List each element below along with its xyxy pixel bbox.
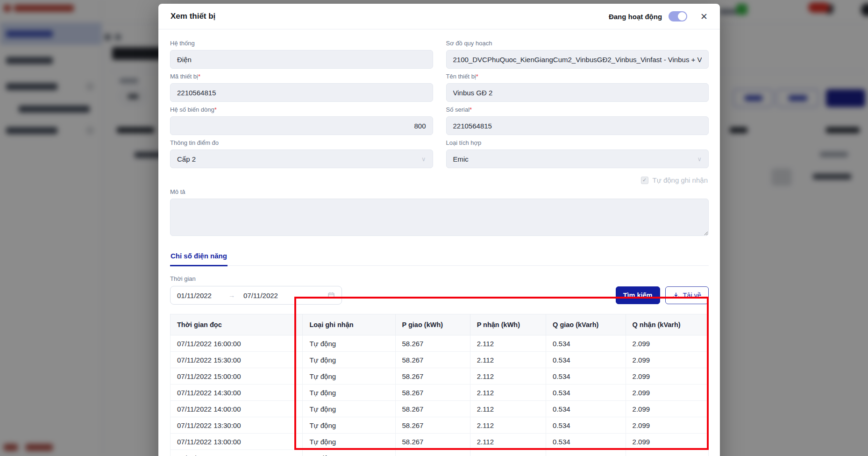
table-row: 07/11/2022 16:00:00Tự động58.2672.1120.5…	[171, 335, 709, 352]
system-field[interactable]	[170, 50, 433, 69]
required-mark: *	[476, 73, 478, 80]
auto-record-label: Tự động ghi nhận	[653, 176, 708, 184]
table-cell: 58.267	[395, 401, 470, 417]
table-cell: 2.112	[470, 368, 546, 385]
table-cell: 0.534	[546, 368, 626, 385]
column-header: Loại ghi nhận	[303, 314, 395, 335]
device-code-field[interactable]	[170, 83, 433, 102]
table-cell: 07/11/2022 12:30:00	[171, 450, 303, 456]
table-cell: 0.534	[546, 401, 626, 417]
tab-electricity-readings[interactable]: Chỉ số điện năng	[170, 252, 228, 266]
table-cell: 2.112	[470, 352, 546, 368]
active-status-toggle[interactable]	[669, 11, 687, 21]
table-header-row: Thời gian đọcLoại ghi nhậnP giao (kWh)P …	[171, 314, 709, 335]
modal-title: Xem thiết bị	[171, 12, 215, 21]
field-label: Thông tin điểm đo	[170, 139, 433, 146]
download-icon	[673, 292, 679, 299]
required-mark: *	[470, 106, 472, 113]
serial-number-field[interactable]	[446, 116, 709, 135]
date-to[interactable]: 07/11/2022	[243, 292, 278, 299]
integration-type-select[interactable]: Emic ∨	[446, 150, 709, 168]
arrow-right-icon: →	[228, 292, 235, 299]
table-row: 07/11/2022 15:00:00Tự động58.2672.1120.5…	[171, 368, 709, 385]
table-cell: 07/11/2022 15:00:00	[171, 368, 303, 385]
table-cell: 2.112	[470, 434, 546, 450]
table-cell: Tự động	[303, 450, 395, 456]
table-cell: 2.099	[626, 335, 708, 352]
active-status-label: Đang hoạt động	[609, 13, 662, 21]
table-cell: 2.099	[626, 352, 708, 368]
required-mark: *	[198, 73, 200, 80]
date-range-picker[interactable]: 01/11/2022 → 07/11/2022	[170, 286, 342, 305]
description-textarea[interactable]	[170, 199, 709, 236]
field-integration-type: Loại tích hợp Emic ∨	[446, 135, 709, 168]
table-cell: Tự động	[303, 401, 395, 417]
table-cell: 2.099	[626, 434, 708, 450]
table-cell: 07/11/2022 13:00:00	[171, 434, 303, 450]
table-cell: 2.099	[626, 368, 708, 385]
table-row: 07/11/2022 14:30:00Tự động58.2672.1120.5…	[171, 385, 709, 401]
readings-table: Thời gian đọcLoại ghi nhậnP giao (kWh)P …	[170, 314, 709, 456]
table-cell: 58.267	[395, 450, 470, 456]
field-label: Mã thiết bị	[170, 73, 198, 80]
chevron-down-icon: ∨	[421, 156, 426, 163]
table-row: 07/11/2022 13:30:00Tự động58.2672.1120.5…	[171, 417, 709, 434]
field-label: Số serial	[446, 106, 470, 113]
field-device-code: Mã thiết bị*	[170, 69, 433, 102]
device-name-field[interactable]	[446, 83, 709, 102]
table-cell: 2.099	[626, 385, 708, 401]
table-row: 07/11/2022 15:30:00Tự động58.2672.1120.5…	[171, 352, 709, 368]
field-label: Hệ thống	[170, 40, 433, 47]
search-button[interactable]: Tìm kiếm	[616, 286, 660, 304]
field-label: Loại tích hợp	[446, 139, 709, 146]
tab-bar: Chỉ số điện năng	[170, 252, 709, 266]
table-cell: 07/11/2022 13:30:00	[171, 417, 303, 434]
column-header: P nhận (kWh)	[470, 314, 546, 335]
field-measuring-point: Thông tin điểm đo Cấp 2 ∨	[170, 135, 433, 168]
required-mark: *	[214, 106, 217, 113]
field-serial-number: Số serial*	[446, 102, 709, 135]
view-device-modal: Xem thiết bị Đang hoạt động ✕ Hệ thống S…	[158, 4, 720, 456]
close-icon[interactable]: ✕	[700, 12, 708, 21]
table-cell: 07/11/2022 14:00:00	[171, 401, 303, 417]
table-cell: 07/11/2022 16:00:00	[171, 335, 303, 352]
table-cell: 07/11/2022 14:30:00	[171, 385, 303, 401]
table-cell: 58.267	[395, 368, 470, 385]
column-header: Q giao (kVarh)	[546, 314, 626, 335]
chevron-down-icon: ∨	[697, 156, 702, 163]
table-cell: 0.534	[546, 450, 626, 456]
measuring-point-select[interactable]: Cấp 2 ∨	[170, 150, 433, 168]
current-ratio-field[interactable]	[170, 116, 433, 135]
column-header: P giao (kWh)	[395, 314, 470, 335]
auto-record-checkbox[interactable]: ✓	[641, 177, 648, 184]
column-header: Thời gian đọc	[171, 314, 303, 335]
table-cell: Tự động	[303, 368, 395, 385]
download-button-label: Tải về	[683, 292, 702, 299]
table-cell: 0.534	[546, 385, 626, 401]
table-cell: Tự động	[303, 352, 395, 368]
table-cell: 0.534	[546, 335, 626, 352]
table-cell: 2.112	[470, 385, 546, 401]
table-cell: 58.267	[395, 352, 470, 368]
table-row: 07/11/2022 14:00:00Tự động58.2672.1120.5…	[171, 401, 709, 417]
field-device-name: Tên thiết bị*	[446, 69, 709, 102]
download-button[interactable]: Tải về	[665, 286, 709, 304]
date-from[interactable]: 01/11/2022	[177, 292, 212, 299]
table-cell: 0.534	[546, 417, 626, 434]
column-header: Q nhận (kVarh)	[626, 314, 708, 335]
table-cell: 58.267	[395, 385, 470, 401]
field-label: Sơ đồ quy hoạch	[446, 40, 709, 47]
table-row: 07/11/2022 12:30:00Tự động58.2672.1120.5…	[171, 450, 709, 456]
select-value: Cấp 2	[177, 155, 196, 163]
select-value: Emic	[453, 155, 469, 163]
table-cell: 2.099	[626, 450, 708, 456]
calendar-icon	[327, 292, 335, 299]
table-cell: Tự động	[303, 385, 395, 401]
table-cell: 2.099	[626, 417, 708, 434]
table-cell: 0.534	[546, 352, 626, 368]
field-description: Mô tả	[170, 188, 709, 238]
table-cell: 2.112	[470, 450, 546, 456]
table-cell: 2.112	[470, 401, 546, 417]
modal-header: Xem thiết bị Đang hoạt động ✕	[158, 4, 720, 29]
planning-diagram-field[interactable]	[446, 50, 709, 69]
